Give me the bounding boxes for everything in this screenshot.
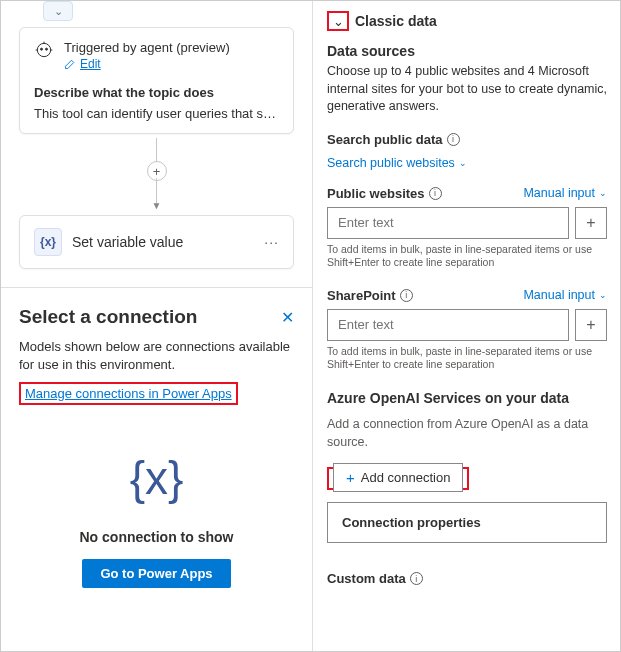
- info-icon[interactable]: i: [429, 187, 442, 200]
- trigger-node[interactable]: Triggered by agent (preview) Edit Descri…: [19, 27, 294, 134]
- variable-icon: {x}: [34, 228, 62, 256]
- svg-point-2: [46, 48, 48, 50]
- aoai-heading: Azure OpenAI Services on your data: [327, 390, 607, 406]
- empty-state: {x} No connection to show Go to Power Ap…: [19, 451, 294, 588]
- edit-link[interactable]: Edit: [64, 57, 101, 71]
- manual-input-toggle[interactable]: Manual input ⌄: [523, 186, 607, 200]
- trigger-title: Triggered by agent (preview): [64, 40, 230, 55]
- add-connection-button[interactable]: + Add connection: [333, 463, 463, 492]
- trigger-stub[interactable]: ⌄: [43, 1, 73, 21]
- canvas-area: ⌄ Triggered by agent (preview) Edit Desc…: [1, 1, 312, 287]
- edit-label: Edit: [80, 57, 101, 71]
- connection-panel: Select a connection ✕ Models shown below…: [1, 287, 312, 606]
- add-sharepoint-button[interactable]: +: [575, 309, 607, 341]
- chevron-down-icon: ⌄: [54, 5, 63, 18]
- empty-state-text: No connection to show: [80, 529, 234, 545]
- svg-point-1: [41, 48, 43, 50]
- chevron-down-icon[interactable]: ⌄: [333, 14, 344, 29]
- describe-label: Describe what the topic does: [34, 85, 279, 100]
- plus-icon: +: [346, 469, 355, 486]
- classic-data-heading: Classic data: [355, 13, 437, 29]
- search-public-websites-link[interactable]: Search public websites ⌄: [327, 156, 467, 170]
- public-websites-input[interactable]: [327, 207, 569, 239]
- sharepoint-label: SharePoint: [327, 288, 396, 303]
- public-websites-label: Public websites: [327, 186, 425, 201]
- describe-text: This tool can identify user queries that…: [34, 106, 279, 121]
- data-sources-heading: Data sources: [327, 43, 607, 59]
- agent-icon: [34, 40, 54, 63]
- manual-input-label: Manual input: [523, 186, 595, 200]
- manual-input-label: Manual input: [523, 288, 595, 302]
- connection-panel-title: Select a connection: [19, 306, 197, 328]
- info-icon[interactable]: i: [410, 572, 423, 585]
- connection-panel-desc: Models shown below are connections avail…: [19, 338, 294, 374]
- sharepoint-input[interactable]: [327, 309, 569, 341]
- connection-properties-box[interactable]: Connection properties: [327, 502, 607, 543]
- info-icon[interactable]: i: [400, 289, 413, 302]
- close-icon[interactable]: ✕: [281, 308, 294, 327]
- go-to-power-apps-button[interactable]: Go to Power Apps: [82, 559, 230, 588]
- search-link-label: Search public websites: [327, 156, 455, 170]
- manage-connections-link[interactable]: Manage connections in Power Apps: [25, 386, 232, 401]
- pencil-icon: [64, 58, 76, 70]
- arrow-down-icon: ▼: [152, 200, 162, 211]
- chevron-down-icon: ⌄: [459, 158, 467, 168]
- custom-data-label: Custom data: [327, 571, 406, 586]
- variable-node-label: Set variable value: [72, 234, 254, 250]
- sharepoint-hint: To add items in bulk, paste in line-sepa…: [327, 345, 607, 372]
- variable-node[interactable]: {x} Set variable value ···: [19, 215, 294, 269]
- highlight-manage-link: Manage connections in Power Apps: [19, 382, 238, 405]
- left-panel: ⌄ Triggered by agent (preview) Edit Desc…: [1, 1, 312, 652]
- search-public-data-label: Search public data: [327, 132, 443, 147]
- info-icon[interactable]: i: [447, 133, 460, 146]
- chevron-down-icon: ⌄: [599, 188, 607, 198]
- add-public-website-button[interactable]: +: [575, 207, 607, 239]
- manual-input-toggle[interactable]: Manual input ⌄: [523, 288, 607, 302]
- right-panel: ⌄ Classic data Data sources Choose up to…: [312, 1, 621, 652]
- variable-placeholder-icon: {x}: [130, 451, 184, 505]
- highlight-expand-classic: ⌄: [327, 11, 349, 31]
- highlight-add-connection: + Add connection: [327, 467, 469, 490]
- add-connection-label: Add connection: [361, 470, 451, 485]
- connector: + ▼: [19, 138, 294, 211]
- public-websites-hint: To add items in bulk, paste in line-sepa…: [327, 243, 607, 270]
- more-icon[interactable]: ···: [264, 234, 279, 250]
- chevron-down-icon: ⌄: [599, 290, 607, 300]
- svg-point-0: [37, 43, 50, 56]
- aoai-text: Add a connection from Azure OpenAI as a …: [327, 416, 607, 451]
- data-sources-text: Choose up to 4 public websites and 4 Mic…: [327, 63, 607, 116]
